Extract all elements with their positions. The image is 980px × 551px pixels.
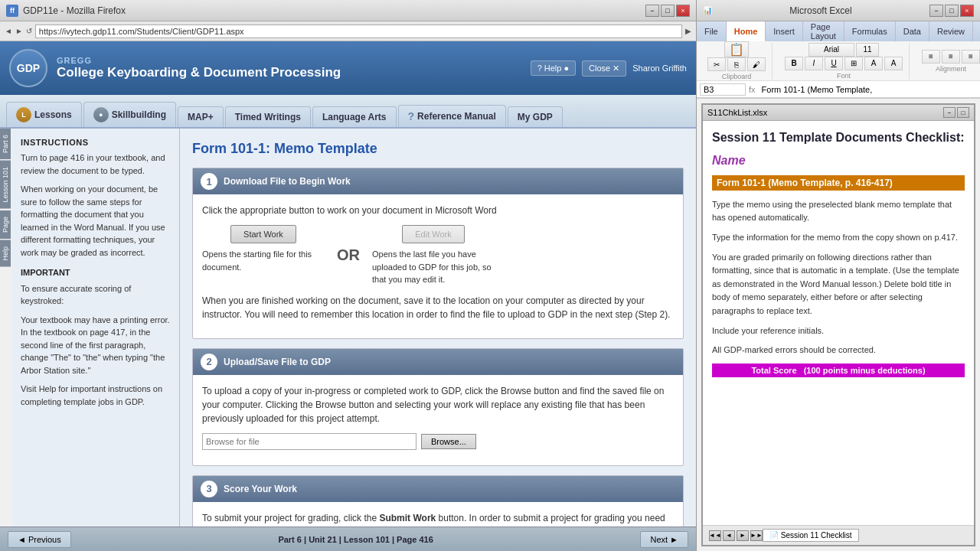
- excel-tab-page-layout[interactable]: Page Layout: [803, 21, 844, 41]
- sheet-prev-button[interactable]: ◄: [723, 530, 735, 541]
- minimize-button[interactable]: −: [645, 5, 659, 17]
- nav-language-arts-label: Language Arts: [322, 112, 387, 122]
- checklist-minimize-button[interactable]: −: [943, 107, 956, 118]
- nav-my-gdp-label: My GDP: [518, 112, 553, 122]
- total-score-label: Total Score: [751, 366, 796, 375]
- excel-tab-view[interactable]: View: [973, 21, 980, 41]
- formula-icon: fx: [749, 85, 756, 94]
- font-color-button[interactable]: A: [884, 57, 903, 70]
- excel-formula-bar: fx: [697, 81, 980, 98]
- clipboard-label: Clipboard: [722, 73, 752, 80]
- go-button[interactable]: ▶: [685, 27, 691, 35]
- excel-tab-data[interactable]: Data: [896, 21, 929, 41]
- browse-button[interactable]: Browse...: [421, 434, 476, 449]
- gdp-close-button[interactable]: Close ✕: [582, 60, 626, 77]
- font-name-dropdown[interactable]: Arial: [808, 43, 854, 57]
- font-size-dropdown[interactable]: 11: [856, 43, 879, 57]
- paste-button[interactable]: 📋: [724, 41, 749, 57]
- or-divider: OR: [337, 246, 360, 264]
- step2-body: To upload a copy of your in-progress or …: [193, 375, 683, 465]
- excel-title-bar: 📊 Microsoft Excel − □ ×: [697, 0, 980, 21]
- sheet-next-button[interactable]: ►: [737, 530, 749, 541]
- forward-button[interactable]: ►: [15, 27, 23, 35]
- previous-button[interactable]: ◄ Previous: [8, 531, 71, 548]
- url-input[interactable]: [35, 24, 682, 38]
- border-button[interactable]: ⊞: [844, 57, 863, 70]
- checklist-highlighted-item: Form 101-1 (Memo Template, p. 416-417): [712, 175, 965, 191]
- start-work-group: Start Work Opens the starting file for t…: [202, 225, 325, 273]
- start-work-desc: Opens the starting file for this documen…: [202, 248, 325, 273]
- side-tab-2[interactable]: Lesson 101: [0, 161, 11, 209]
- formula-input[interactable]: [759, 85, 977, 94]
- sheet-tab-icon: 📄: [769, 531, 779, 540]
- nav-map[interactable]: MAP+: [178, 106, 224, 127]
- align-left-button[interactable]: ≡: [922, 50, 940, 64]
- lessons-icon: L: [16, 107, 31, 122]
- side-tab-4[interactable]: Help: [0, 240, 11, 267]
- excel-group-clipboard: 📋 ✂ ⎘ 🖌 Clipboard: [701, 43, 773, 80]
- close-button[interactable]: ×: [676, 5, 690, 17]
- excel-tab-formulas[interactable]: Formulas: [844, 21, 896, 41]
- address-bar: ◄ ► ↺ ▶: [0, 21, 696, 41]
- cell-reference-input[interactable]: [700, 83, 746, 96]
- excel-maximize-button[interactable]: □: [945, 5, 959, 17]
- file-input[interactable]: [202, 433, 416, 450]
- copy-button[interactable]: ⎘: [727, 57, 746, 71]
- excel-toolbar: 📋 ✂ ⎘ 🖌 Clipboard Arial 11 B I U ⊞: [697, 41, 980, 81]
- side-tab-3[interactable]: Page: [0, 210, 11, 239]
- side-tab-1[interactable]: Part 6: [0, 129, 11, 159]
- maximize-button[interactable]: □: [661, 5, 675, 17]
- bold-button[interactable]: B: [785, 57, 803, 70]
- italic-button[interactable]: I: [805, 57, 823, 70]
- back-button[interactable]: ◄: [5, 27, 12, 35]
- nav-timed-writings[interactable]: Timed Writings: [225, 106, 311, 127]
- footer-status: Part 6 | Unit 21 | Lesson 101 | Page 416: [278, 535, 433, 544]
- sheet-tab[interactable]: 📄 Session 11 Checklist: [763, 529, 859, 542]
- start-work-button[interactable]: Start Work: [230, 225, 296, 243]
- step1-buttons: Start Work Opens the starting file for t…: [202, 225, 674, 286]
- align-center-button[interactable]: ≡: [942, 50, 960, 64]
- nav-skillbuilding[interactable]: ● Skillbuilding: [83, 102, 176, 127]
- reload-button[interactable]: ↺: [26, 27, 32, 35]
- cut-button[interactable]: ✂: [707, 57, 726, 71]
- step3-title: Score Your Work: [224, 484, 297, 494]
- important-p3: To ensure accurate scoring of keystroked…: [21, 282, 170, 308]
- important-p4: Your textbook may have a printing error.…: [21, 314, 170, 377]
- help-circle-icon: ●: [564, 64, 569, 73]
- excel-close-button[interactable]: ×: [960, 5, 974, 17]
- step3-body: To submit your project for grading, clic…: [193, 502, 683, 527]
- nav-reference-manual[interactable]: ? Reference Manual: [398, 105, 506, 127]
- important-heading: IMPORTANT: [21, 266, 170, 279]
- edit-work-button[interactable]: Edit Work: [402, 225, 464, 243]
- sheet-last-button[interactable]: ►►: [750, 530, 763, 541]
- excel-icon: 📊: [703, 6, 712, 15]
- underline-button[interactable]: U: [825, 57, 843, 70]
- excel-tab-home[interactable]: Home: [727, 21, 766, 41]
- excel-minimize-button[interactable]: −: [929, 5, 943, 17]
- format-painter-button[interactable]: 🖌: [747, 57, 766, 71]
- step2-number: 2: [201, 354, 217, 370]
- clipboard-buttons: ✂ ⎘ 🖌: [707, 57, 766, 71]
- checklist-item-5: All GDP-marked errors should be correcte…: [712, 344, 965, 357]
- excel-tab-review[interactable]: Review: [929, 21, 973, 41]
- window-controls: − □ ×: [645, 5, 690, 17]
- excel-tab-insert[interactable]: Insert: [766, 21, 803, 41]
- checklist-maximize-button[interactable]: □: [957, 107, 969, 118]
- nav-language-arts[interactable]: Language Arts: [312, 106, 397, 127]
- excel-tab-file[interactable]: File: [697, 21, 727, 41]
- checklist-header: Session 11 Template Documents Checklist:: [712, 130, 965, 146]
- align-right-button[interactable]: ≡: [962, 50, 980, 64]
- help-button[interactable]: ? Help ●: [531, 60, 576, 76]
- alignment-buttons: ≡ ≡ ≡: [922, 50, 980, 64]
- step1-body: Click the appropriate button to work on …: [193, 194, 683, 338]
- alignment-group-label: Alignment: [936, 65, 966, 73]
- important-p5: Visit Help for important instructions on…: [21, 383, 170, 408]
- gdp-header: GDP GREGG College Keyboarding & Document…: [0, 41, 696, 95]
- instructions-heading: INSTRUCTIONS: [21, 138, 170, 147]
- sheet-first-button[interactable]: ◄◄: [709, 530, 721, 541]
- checklist-container: S11ChkList.xlsx − □ Session 11 Template …: [698, 100, 978, 549]
- fill-color-button[interactable]: A: [864, 57, 883, 70]
- nav-lessons[interactable]: L Lessons: [6, 102, 82, 127]
- next-button[interactable]: Next ►: [640, 531, 688, 548]
- nav-my-gdp[interactable]: My GDP: [508, 106, 563, 127]
